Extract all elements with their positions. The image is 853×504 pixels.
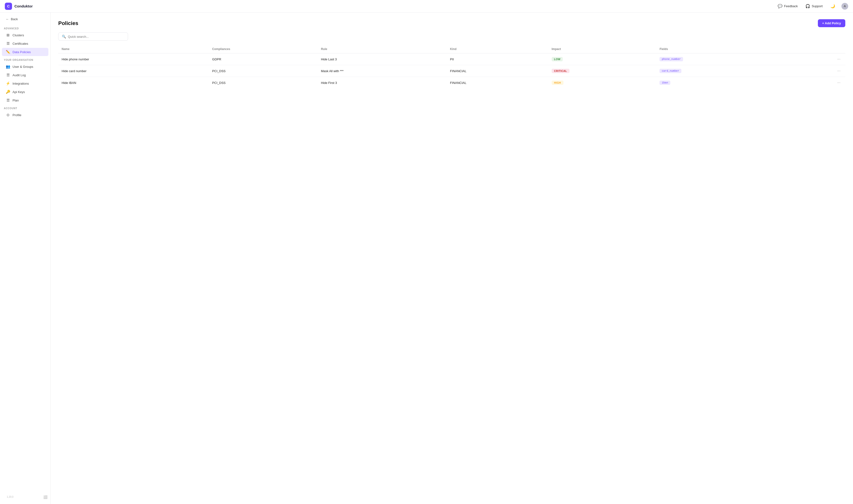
organisation-section-label: YOUR ORGANISATION: [0, 56, 50, 62]
topnav-left: C Conduktor: [5, 3, 33, 10]
cell-fields: iban: [656, 77, 789, 89]
layout: ← Back ADVANCED ⊞ Clusters ☰ Certificate…: [0, 13, 853, 504]
sidebar-spacer: [0, 119, 50, 493]
cell-compliances: PCI_DSS: [209, 77, 318, 89]
topnav: C Conduktor 💬 Feedback 🎧 Support 🌙 A: [0, 0, 853, 13]
sidebar-item-plan[interactable]: ☰ Plan: [2, 96, 48, 104]
col-name: Name: [58, 45, 209, 53]
policies-table: Name Compliances Rule Kind Impact Fields…: [58, 45, 845, 89]
col-kind: Kind: [447, 45, 548, 53]
page-title: Policies: [58, 20, 78, 26]
table-header: Name Compliances Rule Kind Impact Fields: [58, 45, 845, 53]
chat-icon: 💬: [778, 4, 782, 8]
sidebar-item-label: Api Keys: [13, 90, 25, 94]
moon-icon: 🌙: [830, 4, 835, 8]
cell-kind: PII: [447, 53, 548, 65]
back-icon: ←: [6, 17, 9, 21]
cell-kind: FINANCIAL: [447, 77, 548, 89]
plan-icon: ☰: [6, 98, 10, 103]
cell-rule: Mask All with ***: [317, 65, 447, 77]
page-header: Policies + Add Policy: [58, 19, 845, 27]
field-badge: card_number: [660, 69, 681, 73]
advanced-section-label: ADVANCED: [0, 25, 50, 31]
sidebar-item-label: Profile: [13, 113, 21, 117]
search-icon: 🔍: [62, 35, 66, 38]
col-actions: [789, 45, 845, 53]
sidebar-section-account: ACCOUNT ⊙ Profile: [0, 105, 50, 119]
sidebar-footer: 1.20.0 ⬜: [0, 493, 50, 501]
impact-badge: LOW: [552, 57, 563, 61]
sidebar-item-clusters[interactable]: ⊞ Clusters: [2, 31, 48, 39]
account-section-label: ACCOUNT: [0, 105, 50, 111]
cell-rule: Hide First 3: [317, 77, 447, 89]
cell-impact: CRITICAL: [548, 65, 656, 77]
sidebar-item-label: Integrations: [13, 82, 29, 85]
add-policy-button[interactable]: + Add Policy: [818, 19, 845, 27]
table-row: Hide phone number GDPR Hide Last 3 PII L…: [58, 53, 845, 65]
sidebar-section-organisation: YOUR ORGANISATION 👥 User & Groups ☰ Audi…: [0, 56, 50, 105]
add-policy-label: + Add Policy: [822, 21, 841, 25]
data-policies-icon: ✏️: [6, 50, 10, 54]
col-fields: Fields: [656, 45, 789, 53]
feedback-label: Feedback: [784, 4, 798, 8]
cell-compliances: PCI_DSS: [209, 65, 318, 77]
sidebar-item-label: Audit Log: [13, 73, 26, 77]
cell-impact: LOW: [548, 53, 656, 65]
impact-badge: HIGH: [552, 80, 563, 85]
table-row: Hide IBAN PCI_DSS Hide First 3 FINANCIAL…: [58, 77, 845, 89]
sidebar-item-audit-log[interactable]: ☰ Audit Log: [2, 71, 48, 79]
row-more-button[interactable]: ···: [836, 57, 842, 61]
cell-name: Hide phone number: [58, 53, 209, 65]
sidebar-item-label: Plan: [13, 98, 19, 102]
search-input[interactable]: [68, 35, 124, 38]
app-logo: C: [5, 3, 12, 10]
profile-icon: ⊙: [6, 113, 10, 117]
headphone-icon: 🎧: [805, 4, 810, 8]
row-more-button[interactable]: ···: [836, 80, 842, 85]
field-badge: iban: [660, 80, 670, 85]
avatar[interactable]: A: [841, 3, 848, 10]
cell-kind: FINANCIAL: [447, 65, 548, 77]
col-compliances: Compliances: [209, 45, 318, 53]
sidebar-item-label: Clusters: [13, 33, 24, 37]
sidebar-item-certificates[interactable]: ☰ Certificates: [2, 39, 48, 48]
cell-fields: card_number: [656, 65, 789, 77]
sidebar-collapse-button[interactable]: ⬜: [43, 495, 48, 499]
app-name: Conduktor: [14, 4, 33, 8]
cell-fields: phone_number: [656, 53, 789, 65]
sidebar-item-integrations[interactable]: ⚡ Integrations: [2, 79, 48, 88]
support-label: Support: [812, 4, 823, 8]
sidebar-item-data-policies[interactable]: ✏️ Data Policies: [2, 48, 48, 56]
sidebar-item-profile[interactable]: ⊙ Profile: [2, 111, 48, 119]
topnav-right: 💬 Feedback 🎧 Support 🌙 A: [776, 3, 848, 10]
cell-rule: Hide Last 3: [317, 53, 447, 65]
impact-badge: CRITICAL: [552, 69, 570, 73]
back-button[interactable]: ← Back: [2, 15, 48, 23]
version-label: 1.20.0: [3, 494, 17, 500]
col-rule: Rule: [317, 45, 447, 53]
api-keys-icon: 🔑: [6, 90, 10, 94]
cell-compliances: GDPR: [209, 53, 318, 65]
cell-name: Hide card number: [58, 65, 209, 77]
sidebar-section-advanced: ADVANCED ⊞ Clusters ☰ Certificates ✏️ Da…: [0, 25, 50, 56]
theme-toggle-button[interactable]: 🌙: [829, 3, 837, 10]
col-impact: Impact: [548, 45, 656, 53]
sidebar-item-label: Data Policies: [13, 50, 31, 54]
sidebar-item-api-keys[interactable]: 🔑 Api Keys: [2, 88, 48, 96]
cell-actions: ···: [789, 65, 845, 77]
integrations-icon: ⚡: [6, 81, 10, 86]
row-more-button[interactable]: ···: [836, 69, 842, 73]
support-button[interactable]: 🎧 Support: [804, 3, 824, 10]
sidebar-item-users-groups[interactable]: 👥 User & Groups: [2, 62, 48, 71]
field-badge: phone_number: [660, 57, 683, 61]
feedback-button[interactable]: 💬 Feedback: [776, 3, 799, 10]
sidebar-item-label: User & Groups: [13, 65, 33, 69]
users-icon: 👥: [6, 65, 10, 69]
cell-impact: HIGH: [548, 77, 656, 89]
table-body: Hide phone number GDPR Hide Last 3 PII L…: [58, 53, 845, 89]
audit-icon: ☰: [6, 73, 10, 77]
clusters-icon: ⊞: [6, 33, 10, 37]
table-header-row: Name Compliances Rule Kind Impact Fields: [58, 45, 845, 53]
search-bar: 🔍: [58, 33, 128, 41]
cell-actions: ···: [789, 53, 845, 65]
